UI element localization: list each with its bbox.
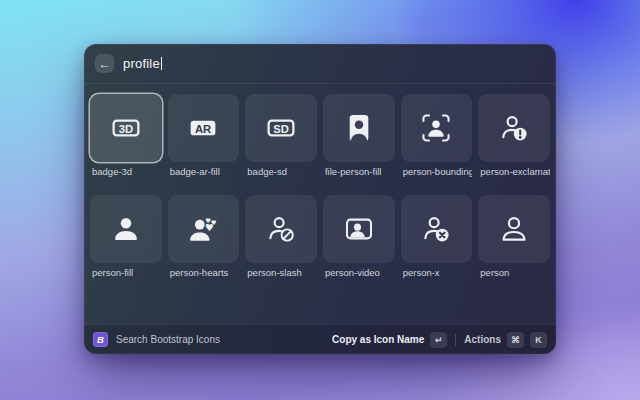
badge-ar-fill-icon: AR (188, 113, 218, 143)
svg-text:♥: ♥ (211, 219, 217, 227)
person-bounding-box-icon (421, 113, 451, 143)
icon-label: person-slash (245, 267, 317, 278)
icon-grid: 3D badge-3d AR badge-ar-fill SD badge-sd… (84, 84, 556, 323)
badge-3d-icon: 3D (111, 113, 141, 143)
grid-cell[interactable]: 3D (90, 94, 162, 162)
icon-result-file-person-fill: file-person-fill (323, 94, 395, 177)
grid-cell[interactable]: SD (245, 94, 317, 162)
svg-text:3D: 3D (119, 123, 133, 135)
search-input[interactable]: profile (123, 56, 162, 71)
person-slash-icon (266, 214, 296, 244)
grid-cell[interactable] (323, 195, 395, 263)
bootstrap-logo-icon: B (93, 332, 108, 347)
grid-cell[interactable] (401, 195, 473, 263)
person-icon (499, 214, 529, 244)
grid-cell[interactable] (245, 195, 317, 263)
icon-label: file-person-fill (323, 166, 395, 177)
icon-result-person-exclamation: person-exclamati… (478, 94, 550, 177)
icon-result-badge-3d: 3D badge-3d (90, 94, 162, 177)
copy-as-icon-name-button[interactable]: Copy as Icon Name ↵ (332, 332, 447, 348)
icon-label: person-exclamati… (478, 166, 550, 177)
primary-action-label: Copy as Icon Name (332, 334, 424, 345)
arrow-left-icon: ← (99, 58, 111, 70)
launcher-window: ← profile 3D badge-3d AR badge-ar-fill S… (84, 44, 556, 354)
icon-result-person: person (478, 195, 550, 278)
svg-text:AR: AR (195, 123, 211, 135)
icon-result-badge-ar-fill: AR badge-ar-fill (168, 94, 240, 177)
back-button[interactable]: ← (95, 54, 114, 73)
icon-label: badge-ar-fill (168, 166, 240, 177)
icon-label: badge-3d (90, 166, 162, 177)
svg-text:SD: SD (273, 123, 289, 135)
cmd-key-badge: ⌘ (507, 332, 524, 348)
search-query-text: profile (123, 56, 160, 71)
person-video-icon (344, 214, 374, 244)
icon-label: person-video (323, 267, 395, 278)
grid-cell[interactable] (90, 195, 162, 263)
icon-result-person-x: person-x (401, 195, 473, 278)
icon-label: person-x (401, 267, 473, 278)
icon-result-person-hearts: ♥ ♥ ♥ person-hearts (168, 195, 240, 278)
k-key-badge: K (530, 332, 547, 348)
footer-actions: Copy as Icon Name ↵ Actions ⌘ K (332, 332, 547, 348)
footer-bar: B Search Bootstrap Icons Copy as Icon Na… (84, 324, 556, 354)
icon-result-person-slash: person-slash (245, 195, 317, 278)
badge-sd-icon: SD (266, 113, 296, 143)
grid-cell[interactable] (478, 94, 550, 162)
actions-button[interactable]: Actions ⌘ K (464, 332, 547, 348)
grid-cell[interactable]: AR (168, 94, 240, 162)
icon-label: person-fill (90, 267, 162, 278)
grid-cell[interactable] (401, 94, 473, 162)
icon-result-person-video: person-video (323, 195, 395, 278)
grid-cell[interactable] (478, 195, 550, 263)
enter-key-badge: ↵ (430, 332, 447, 348)
icon-label: person-hearts (168, 267, 240, 278)
footer-divider (455, 334, 456, 346)
icon-label: person-bounding… (401, 166, 473, 177)
icon-result-person-fill: person-fill (90, 195, 162, 278)
icon-label: badge-sd (245, 166, 317, 177)
icon-label: person (478, 267, 550, 278)
person-exclamation-icon (499, 113, 529, 143)
grid-cell[interactable]: ♥ ♥ ♥ (168, 195, 240, 263)
person-fill-icon (111, 214, 141, 244)
text-caret (161, 57, 163, 70)
actions-label: Actions (464, 334, 501, 345)
person-x-icon (421, 214, 451, 244)
icon-result-person-bounding-box: person-bounding… (401, 94, 473, 177)
file-person-fill-icon (344, 113, 374, 143)
search-bar: ← profile (84, 44, 556, 84)
icon-result-badge-sd: SD badge-sd (245, 94, 317, 177)
grid-cell[interactable] (323, 94, 395, 162)
footer-app-label: Search Bootstrap Icons (116, 334, 220, 345)
person-hearts-icon: ♥ ♥ ♥ (188, 214, 218, 244)
